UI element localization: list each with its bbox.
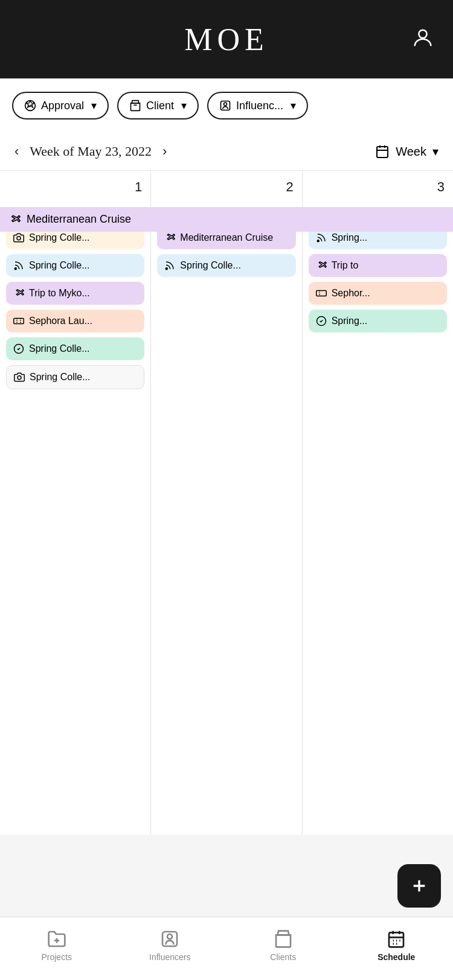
week-nav: ‹ Week of May 23, 2022 › Week ▾ [0,133,453,171]
week-label: Week of May 23, 2022 [30,144,152,159]
bag-icon [274,929,293,949]
calendar-nav-icon [387,929,406,949]
nav-projects[interactable]: Projects [0,929,114,962]
svg-point-6 [14,268,16,270]
influencer-filter[interactable]: Influenc... ▾ [207,92,308,119]
event-chip[interactable]: Sephora Lau... [6,310,144,332]
header: MOE [0,0,453,78]
event-label: Trip to Myko... [29,288,90,299]
calendar-icon [375,144,390,159]
svg-point-15 [167,934,172,939]
col-2-events: Mediterranean Cruise Spring Colle... [157,226,295,277]
plane-icon [8,214,21,226]
rss-icon [164,260,175,271]
col-day-1: 1 [6,179,144,195]
approval-filter-label: Approval [41,100,84,112]
svg-point-11 [317,240,319,242]
rss-icon [316,232,327,243]
view-label: Week [396,145,426,159]
svg-rect-4 [377,147,388,158]
event-label: Spring Colle... [29,343,90,354]
view-chevron-icon: ▾ [432,144,439,159]
plus-icon [410,876,429,896]
event-label: Spring Colle... [180,260,241,271]
span-event-mediterranean[interactable]: Mediterranean Cruise [0,207,453,232]
event-label: Spring Colle... [30,372,91,383]
event-label: Sephor... [332,288,370,299]
plane-icon [316,260,327,271]
camera-icon [14,372,25,383]
svg-point-0 [419,30,426,38]
event-chip[interactable]: Spring Colle... [157,254,295,277]
view-toggle[interactable]: Week ▾ [375,144,439,159]
nav-schedule-label: Schedule [378,952,415,962]
nav-influencers[interactable]: Influencers [114,929,227,962]
calendar-col-1: 1 Spring Colle... Spring Colle [0,171,151,835]
ticket-icon [316,288,327,299]
col-day-3: 3 [309,179,447,195]
next-week-button[interactable]: › [162,144,167,159]
nav-clients-label: Clients [270,952,296,962]
span-event-label: Mediterranean Cruise [27,213,131,226]
svg-rect-12 [316,291,326,296]
calendar-columns: Mediterranean Cruise 1 Spring Colle... [0,171,453,835]
camera-icon [13,232,24,243]
nav-projects-label: Projects [41,952,72,962]
folder-plus-icon [47,929,66,949]
event-label: Trip to [332,260,359,271]
approval-check-icon [13,343,24,354]
event-chip[interactable]: Spring Colle... [6,365,144,389]
filter-bar: Approval ▾ Client ▾ Influenc... ▾ [0,78,453,133]
profile-button[interactable] [411,26,435,52]
event-label: Spring Colle... [29,260,90,271]
calendar-col-3: 3 Spring... Trip to [303,171,453,835]
bottom-nav: Projects Influencers Clients Schedule [0,917,453,980]
plane-icon [164,232,175,243]
prev-week-button[interactable]: ‹ [14,144,19,159]
svg-rect-7 [14,319,24,324]
event-chip[interactable]: Sephor... [309,282,447,305]
add-button[interactable] [397,864,441,908]
event-chip[interactable]: Spring... [309,310,447,332]
nav-schedule[interactable]: Schedule [340,929,454,962]
influencer-icon [219,100,231,112]
event-label: Spring Colle... [29,232,90,243]
event-chip[interactable]: Trip to [309,254,447,277]
svg-point-10 [166,268,168,270]
app-logo: MOE [184,22,269,57]
nav-influencers-label: Influencers [149,952,190,962]
chevron-down-icon: ▾ [291,99,296,112]
client-icon [129,100,141,112]
svg-point-9 [18,376,21,380]
influencer-filter-label: Influenc... [236,100,283,112]
chevron-down-icon: ▾ [91,99,97,112]
event-chip[interactable]: Trip to Myko... [6,282,144,305]
event-label: Sephora Lau... [29,316,92,326]
calendar-col-2: 2 Mediterranean Cruise Spring Colle... [151,171,302,835]
col-3-events: Spring... Trip to Sephor... [309,226,447,332]
event-label: Spring... [332,232,368,243]
chevron-down-icon: ▾ [181,99,187,112]
client-filter-label: Client [146,100,174,112]
rss-icon [13,260,24,271]
svg-point-5 [17,237,21,240]
col-day-2: 2 [157,179,295,195]
event-label: Spring... [332,316,368,326]
person-star-icon [160,929,179,949]
col-1-events: Spring Colle... Spring Colle... Trip to … [6,226,144,389]
event-chip[interactable]: Spring Colle... [6,254,144,277]
client-filter[interactable]: Client ▾ [117,92,199,119]
ticket-icon [13,316,24,326]
nav-clients[interactable]: Clients [226,929,340,962]
event-label: Mediterranean Cruise [180,232,273,243]
approval-icon [24,100,36,112]
svg-point-3 [224,103,227,106]
event-chip[interactable]: Spring Colle... [6,337,144,360]
approval-check-icon [316,316,327,326]
approval-filter[interactable]: Approval ▾ [12,92,109,119]
calendar-area: Mediterranean Cruise 1 Spring Colle... [0,171,453,835]
plane-icon [13,288,24,299]
person-icon [411,26,435,50]
